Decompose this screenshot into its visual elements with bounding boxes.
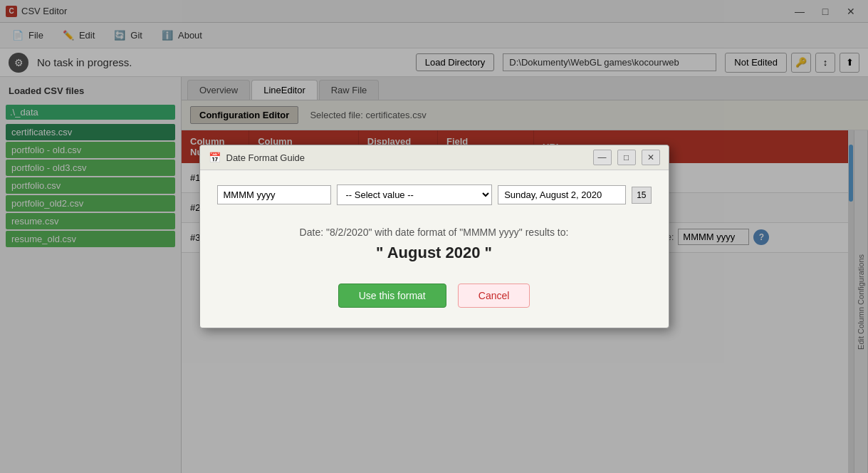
result-value: " August 2020 " xyxy=(224,244,644,262)
modal-body: -- Select value -- 15 Date: "8/2/2020" w… xyxy=(200,170,669,328)
cancel-button[interactable]: Cancel xyxy=(458,284,530,308)
result-description: Date: "8/2/2020" with date format of "MM… xyxy=(224,227,644,238)
modal-title: Date Format Guide xyxy=(226,152,587,163)
modal-value-select[interactable]: -- Select value -- xyxy=(337,184,493,205)
modal-date-input[interactable] xyxy=(498,185,626,204)
modal-title-bar: 📅 Date Format Guide — □ ✕ xyxy=(200,145,669,170)
result-area: Date: "8/2/2020" with date format of "MM… xyxy=(217,219,652,269)
modal-maximize-button[interactable]: □ xyxy=(617,150,636,165)
modal-inputs-row: -- Select value -- 15 xyxy=(217,184,652,205)
modal-minimize-button[interactable]: — xyxy=(593,150,612,165)
modal-footer: Use this format Cancel xyxy=(217,284,652,313)
modal-close-button[interactable]: ✕ xyxy=(642,150,660,165)
use-format-button[interactable]: Use this format xyxy=(338,284,446,308)
modal-calendar-icon: 📅 xyxy=(209,152,221,163)
modal-format-input[interactable] xyxy=(217,185,331,204)
modal-overlay: 📅 Date Format Guide — □ ✕ -- Select valu… xyxy=(0,0,868,473)
modal-calendar-button[interactable]: 15 xyxy=(632,187,651,204)
date-format-guide-modal: 📅 Date Format Guide — □ ✕ -- Select valu… xyxy=(199,145,669,328)
